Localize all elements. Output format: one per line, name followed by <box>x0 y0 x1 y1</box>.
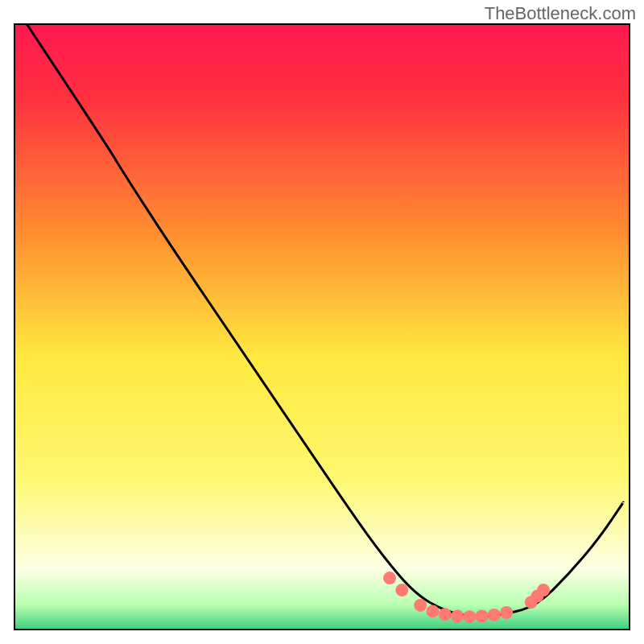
attribution-text: TheBottleneck.com <box>485 3 636 24</box>
data-marker <box>414 599 427 612</box>
data-marker <box>488 609 501 621</box>
data-marker <box>451 610 464 623</box>
bottleneck-chart: TheBottleneck.com <box>0 0 644 644</box>
data-marker <box>476 610 489 623</box>
data-marker <box>537 584 550 597</box>
plot-background <box>14 24 630 630</box>
data-marker <box>439 608 452 621</box>
data-marker <box>383 572 396 584</box>
data-marker <box>395 584 408 597</box>
data-marker <box>463 610 476 623</box>
data-marker <box>427 605 440 617</box>
data-marker <box>500 606 513 619</box>
chart-svg <box>0 0 644 644</box>
